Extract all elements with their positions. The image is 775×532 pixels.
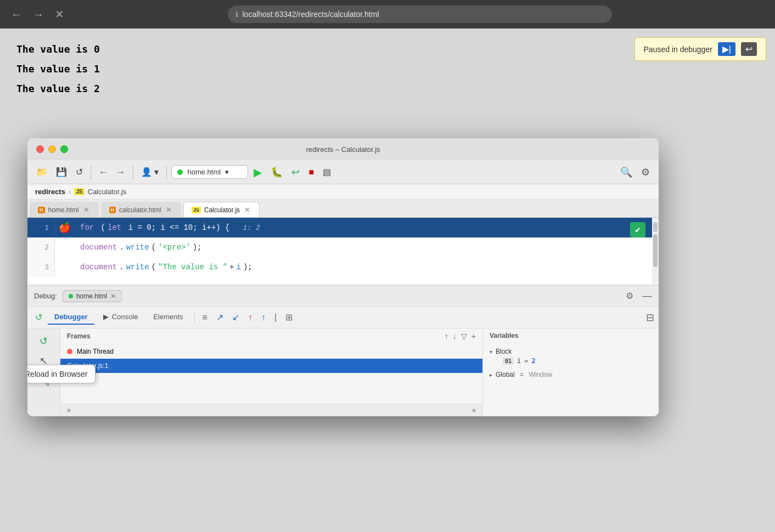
tab-close-2[interactable]: ✕: [165, 206, 173, 214]
debug-gear-icon[interactable]: ⚙: [626, 291, 633, 301]
ide-title: redirects – Calculator.js: [306, 145, 380, 154]
debug-file-tab[interactable]: home.html ✕: [63, 290, 122, 302]
dropdown-label: home.html: [187, 168, 221, 176]
layout-button[interactable]: ⊟: [646, 312, 654, 324]
tab-debugger[interactable]: Debugger: [48, 310, 94, 325]
browser-close-button[interactable]: ✕: [53, 5, 66, 23]
global-group-label: Global: [496, 371, 515, 378]
debug-file-close[interactable]: ✕: [110, 292, 116, 300]
run-target-dropdown[interactable]: home.html ▾: [171, 165, 248, 179]
tab-label-2: calculator.html: [119, 206, 161, 214]
tab-close-3[interactable]: ✕: [243, 206, 251, 214]
code-dot-2: .: [119, 263, 123, 271]
variables-header: Variables: [483, 329, 659, 343]
debug-minimize-icon[interactable]: —: [642, 290, 652, 302]
address-bar[interactable]: ℹ localhost:63342/redirects/calculator.h…: [228, 5, 612, 23]
window-maximize-button[interactable]: [60, 145, 68, 153]
debugger-step-button[interactable]: ↩: [741, 42, 757, 56]
open-folder-button[interactable]: 📁: [33, 165, 50, 179]
step-over-button[interactable]: ≡: [199, 310, 211, 325]
frames-title: Frames: [67, 332, 91, 340]
debugger-reload-side-button[interactable]: ↺: [37, 333, 50, 349]
scrollbar-position-indicator: [653, 222, 658, 232]
step-back-button[interactable]: ↑: [258, 310, 269, 325]
line-number-3: 3: [27, 257, 55, 277]
breadcrumb-file: Calculator.js: [88, 188, 127, 196]
reload-button[interactable]: ↺: [72, 165, 86, 179]
code-string-1: '<pre>': [158, 243, 190, 252]
grid-view-button[interactable]: ⊞: [282, 310, 296, 325]
variables-list: ▾ Block 01 i = 2: [483, 343, 659, 416]
tab-home-html[interactable]: H home.html ✕: [30, 202, 99, 217]
frames-filter-button[interactable]: ▽: [461, 332, 467, 341]
frames-down-button[interactable]: ↓: [453, 332, 457, 341]
debug-expand-button[interactable]: »: [65, 405, 73, 415]
tooltip-text: Reload in Browser: [27, 370, 87, 378]
ide-toolbar: 📁 💾 ↺ ← → 👤 ▾ home.html ▾ ▶ 🐛 ↩ ■ ▤ 🔍 ⚙: [27, 160, 659, 184]
step-down-button[interactable]: ↙: [229, 310, 243, 325]
tab-console[interactable]: ▶ Console: [97, 310, 145, 325]
browser-forward-button[interactable]: →: [31, 6, 46, 23]
browser-back-button[interactable]: ←: [9, 6, 24, 23]
frame-main-thread-label: Main Thread: [77, 348, 114, 355]
tab-label-1: home.html: [48, 206, 79, 214]
global-value: Window: [529, 371, 552, 378]
tab-calculator-js[interactable]: JS Calculator.js ✕: [183, 202, 260, 217]
save-button[interactable]: 💾: [53, 165, 70, 179]
line-number-2: 2: [27, 237, 55, 257]
code-write-1: write: [126, 243, 149, 252]
line-breakpoint-2[interactable]: [55, 237, 75, 257]
console-icon: ▶: [103, 313, 109, 321]
frame-main-thread[interactable]: Main Thread: [60, 344, 482, 359]
frames-up-button[interactable]: ↑: [445, 332, 448, 341]
step-into-button[interactable]: ↗: [213, 310, 227, 325]
window-close-button[interactable]: [36, 145, 44, 153]
forward-button[interactable]: →: [113, 165, 128, 179]
debug-toolbar: ↺ Debugger ▶ Console Elements ≡ ↗ ↙ ↑ ↑ …: [27, 307, 659, 329]
url-text: localhost:63342/redirects/calculator.htm…: [243, 10, 379, 19]
breakpoint-icon-1: 🍎: [59, 222, 71, 234]
debug-expand-right-button[interactable]: »: [470, 405, 478, 415]
frames-list: Main Thread Calculator.js:1: [60, 344, 482, 404]
line-breakpoint-3[interactable]: [55, 257, 75, 277]
step-button[interactable]: ↩: [288, 164, 303, 180]
breadcrumb-folder: redirects: [35, 188, 65, 196]
scrollbar-right[interactable]: [652, 218, 659, 285]
run-button[interactable]: ▶: [250, 163, 265, 181]
dropdown-chevron-icon: ▾: [225, 168, 229, 176]
variable-group-block-header[interactable]: ▾ Block: [490, 348, 652, 355]
back-button[interactable]: ←: [96, 165, 111, 179]
frame-calculator-js[interactable]: Calculator.js:1: [60, 359, 482, 373]
tab-console-label: Console: [112, 313, 138, 321]
search-button[interactable]: 🔍: [617, 164, 636, 180]
checkmark-badge: ✔: [630, 222, 645, 237]
browser-chrome: ← → ✕ ℹ localhost:63342/redirects/calcul…: [0, 0, 775, 29]
code-paren-3: );: [193, 243, 202, 252]
user-button[interactable]: 👤 ▾: [138, 165, 162, 179]
toolbar-separator-2: [133, 166, 133, 179]
tab-close-1[interactable]: ✕: [82, 206, 91, 214]
scrollbar-thumb[interactable]: [653, 234, 658, 267]
tab-elements[interactable]: Elements: [147, 310, 189, 325]
reload-in-browser-tooltip: Reload in Browser: [27, 365, 96, 383]
settings-button[interactable]: ⚙: [638, 164, 653, 180]
browser-content: The value is 0 The value is 1 The value …: [0, 29, 775, 532]
debugger-resume-button[interactable]: ▶|: [718, 42, 735, 56]
screen-button[interactable]: ▤: [319, 165, 334, 179]
code-doc-write-1: document: [80, 243, 117, 252]
block-group-label: Block: [496, 348, 512, 355]
tab-calculator-html[interactable]: H calculator.html ✕: [101, 202, 181, 217]
variable-group-global-header[interactable]: ▸ Global = Window: [490, 371, 652, 378]
debug-toolbar-sep: [194, 312, 195, 323]
debugger-banner: Paused in debugger ▶| ↩: [634, 37, 766, 61]
stop-button[interactable]: ■: [305, 165, 317, 179]
variable-group-global: ▸ Global = Window: [483, 369, 659, 381]
step-out-button[interactable]: ↑: [245, 310, 256, 325]
line-breakpoint-1[interactable]: 🍎: [55, 218, 75, 237]
cursor-button[interactable]: |: [271, 310, 280, 325]
window-minimize-button[interactable]: [48, 145, 56, 153]
frames-add-button[interactable]: +: [471, 332, 476, 341]
debugger-reload-button[interactable]: ↺: [32, 310, 46, 325]
debug-annotation-i: i: 2: [243, 224, 260, 232]
debug-button[interactable]: 🐛: [267, 164, 286, 180]
